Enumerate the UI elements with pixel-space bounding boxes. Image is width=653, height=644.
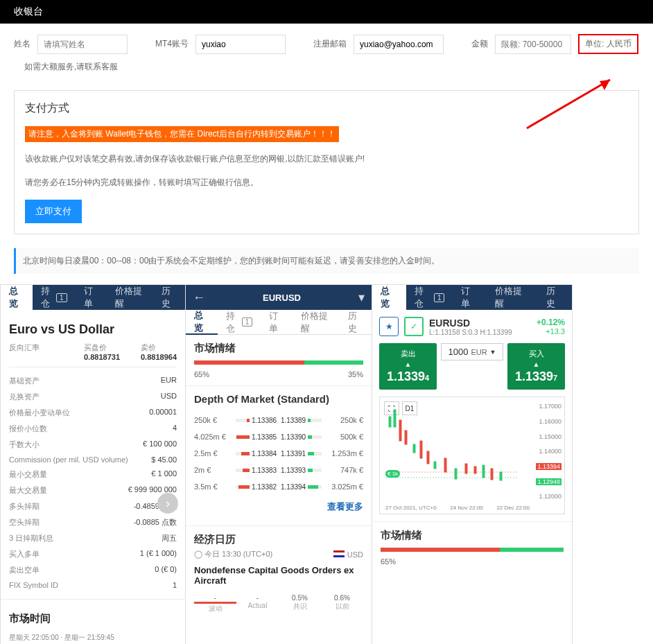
detail-row: Commission (per mil. USD volume)$ 45.00 bbox=[9, 453, 177, 467]
tabbar-2: 总览 持仓1 订单 价格提醒 历史 bbox=[186, 310, 372, 335]
trade-stats: L:1.13158 S:0.3 H:1.13399 bbox=[429, 329, 531, 336]
calendar-currency: USD bbox=[333, 550, 363, 559]
detail-row: 基础资产EUR bbox=[9, 373, 177, 389]
sentiment-title: 市场情绪 bbox=[194, 342, 363, 355]
quantity-input[interactable]: 1000 EUR ▼ bbox=[441, 343, 503, 360]
tab-positions-3[interactable]: 持仓1 bbox=[406, 285, 453, 310]
deposit-form: 姓名 MT4账号 注册邮箱 金额 单位: 人民币 bbox=[0, 24, 653, 58]
calendar-event: Nondefense Capital Goods Orders ex Aircr… bbox=[194, 565, 363, 586]
tab-history-2[interactable]: 历史 bbox=[340, 310, 372, 335]
tab-alerts-2[interactable]: 价格提醒 bbox=[293, 310, 340, 335]
svg-rect-4 bbox=[413, 444, 415, 453]
sell-button[interactable]: 卖出▲ 1.13394 bbox=[379, 343, 437, 390]
svg-rect-11 bbox=[420, 441, 422, 458]
sentiment-long-3: 65% bbox=[381, 557, 396, 566]
detail-row: 手数大小€ 100 000 bbox=[9, 437, 177, 453]
tab-history-3[interactable]: 历史 bbox=[538, 285, 572, 310]
dom-row: 250k €1.133861.13389250k € bbox=[194, 412, 363, 428]
detail-row: 兑换资产USD bbox=[9, 389, 177, 405]
buy-label: 买盘价 bbox=[84, 343, 107, 351]
svg-rect-16 bbox=[491, 469, 493, 480]
payment-note2: 请您务必在15分钟内完成转账操作，转账时填写正确银行信息。 bbox=[25, 176, 628, 189]
dom-panel: ← EURUSD ▾ 总览 持仓1 订单 价格提醒 历史 市场情绪 65%35%… bbox=[185, 284, 372, 644]
candlestick-chart bbox=[385, 403, 517, 500]
buy-price: 0.8818731 bbox=[84, 353, 120, 361]
detail-row: 多头掉期-0.4859 点数 bbox=[9, 498, 177, 514]
dom-row: 3.5m €1.133821.133943.025m € bbox=[194, 478, 363, 495]
maintenance-info: 北京时间每日凌晨00：00--08：00由于系统会不定期维护，您的到账时间可能有… bbox=[14, 248, 639, 274]
price-chart[interactable]: ⛶ D1 € 1k 1.17000 bbox=[379, 397, 565, 514]
mt4-input[interactable] bbox=[195, 35, 286, 54]
sell-label: 卖价 bbox=[141, 343, 156, 351]
trade-panel: 总览 持仓1 订单 价格提醒 历史 ★ ✓ EURUSD L:1.13158 S… bbox=[372, 284, 573, 644]
selected-icon: ✓ bbox=[404, 317, 424, 336]
tab-positions[interactable]: 持仓1 bbox=[33, 285, 76, 310]
large-amount-note: 如需大额服务,请联系客服 bbox=[0, 58, 653, 76]
view-more-link[interactable]: 查看更多 bbox=[194, 495, 363, 519]
favorite-button[interactable]: ★ bbox=[379, 317, 399, 336]
symbol-details-panel: 总览 持仓1 订单 价格提醒 历史 Euro vs US Dollar 反向汇率… bbox=[0, 284, 186, 644]
calendar-time: ◯ 今日 13:30 (UTC+0) bbox=[194, 549, 272, 559]
trading-panels: 总览 持仓1 订单 价格提醒 历史 Euro vs US Dollar 反向汇率… bbox=[0, 284, 653, 644]
reverse-rate-label: 反向汇率 bbox=[9, 342, 40, 361]
detail-row: FIX Symbol ID1 bbox=[9, 578, 177, 592]
page-title: 收银台 bbox=[0, 0, 653, 24]
svg-rect-10 bbox=[405, 430, 407, 444]
detail-row: 最小交易量€ 1 000 bbox=[9, 467, 177, 482]
detail-row: 3 日掉期利息周五 bbox=[9, 530, 177, 546]
symbol-header: EURUSD bbox=[212, 293, 351, 303]
tab-positions-2[interactable]: 持仓1 bbox=[218, 310, 261, 335]
pay-now-button[interactable]: 立即支付 bbox=[25, 200, 82, 223]
tab-orders-2[interactable]: 订单 bbox=[261, 310, 293, 335]
payment-panel: 支付方式 请注意，入金将到账 Wallet电子钱包，您需在 Direct后台自行… bbox=[14, 90, 639, 234]
dom-row: 2.5m €1.133841.133911.253m € bbox=[194, 445, 363, 462]
sentiment-title-3: 市场情绪 bbox=[381, 529, 564, 542]
name-input[interactable] bbox=[37, 35, 128, 54]
buy-button[interactable]: 买入▲ 1.13397 bbox=[507, 343, 565, 390]
calendar-col: -Actual bbox=[236, 591, 279, 616]
detail-row: 买入多单1 (€ 1 000) bbox=[9, 546, 177, 562]
svg-rect-5 bbox=[434, 462, 436, 469]
detail-row: 报价小位数4 bbox=[9, 421, 177, 437]
sentiment-bar bbox=[194, 360, 363, 365]
svg-rect-7 bbox=[482, 465, 485, 478]
detail-row: 卖出空单0 (€ 0) bbox=[9, 562, 177, 578]
payment-title: 支付方式 bbox=[25, 101, 628, 116]
mt4-label: MT4账号 bbox=[155, 38, 189, 50]
trade-symbol: EURUSD bbox=[429, 317, 531, 329]
sentiment-short: 35% bbox=[348, 370, 363, 378]
name-label: 姓名 bbox=[14, 38, 31, 50]
payment-warning: 请注意，入金将到账 Wallet电子钱包，您需在 Direct后台自行内转到交易… bbox=[25, 126, 339, 142]
sell-price: 0.8818964 bbox=[141, 353, 177, 361]
email-input[interactable] bbox=[354, 35, 444, 54]
market-time-title: 市场时间 bbox=[9, 612, 177, 625]
sentiment-bar-3 bbox=[381, 548, 564, 552]
tab-orders[interactable]: 订单 bbox=[76, 285, 107, 310]
calendar-title: 经济日历 bbox=[194, 533, 363, 546]
calendar-col: 0.5%共识 bbox=[279, 591, 321, 616]
market-time-row: 星期天 22:05:00 · 星期一 21:59:45 bbox=[9, 631, 177, 644]
tab-alerts[interactable]: 价格提醒 bbox=[107, 285, 153, 310]
svg-rect-15 bbox=[474, 467, 476, 473]
calendar-col: -波动 bbox=[194, 591, 236, 616]
detail-row: 价格最小变动单位0.00001 bbox=[9, 405, 177, 421]
tab-overview-3[interactable]: 总览 bbox=[372, 285, 406, 310]
tab-overview[interactable]: 总览 bbox=[1, 285, 33, 310]
dropdown-icon[interactable]: ▾ bbox=[351, 290, 372, 305]
titlebar-2: ← EURUSD ▾ bbox=[186, 285, 372, 310]
detail-row: 空头掉期-0.0885 点数 bbox=[9, 514, 177, 530]
email-label: 注册邮箱 bbox=[313, 38, 347, 50]
tab-orders-3[interactable]: 订单 bbox=[453, 285, 487, 310]
svg-rect-2 bbox=[389, 417, 391, 427]
tab-overview-2[interactable]: 总览 bbox=[186, 310, 218, 335]
amount-input[interactable] bbox=[495, 35, 571, 54]
change-points: +13.3 bbox=[537, 327, 565, 336]
back-icon[interactable]: ← bbox=[186, 290, 212, 305]
tab-alerts-3[interactable]: 价格提醒 bbox=[487, 285, 538, 310]
detail-row: 最大交易量€ 999 900 000 bbox=[9, 482, 177, 498]
tab-history[interactable]: 历史 bbox=[153, 285, 185, 310]
sentiment-long: 65% bbox=[194, 370, 209, 378]
amount-label: 金额 bbox=[471, 38, 488, 50]
payment-note1: 该收款账户仅对该笔交易有效,请勿保存该收款银行账户信息至您的网银,以防汇款至错误… bbox=[25, 153, 628, 166]
position-marker: € 1k bbox=[385, 470, 400, 478]
